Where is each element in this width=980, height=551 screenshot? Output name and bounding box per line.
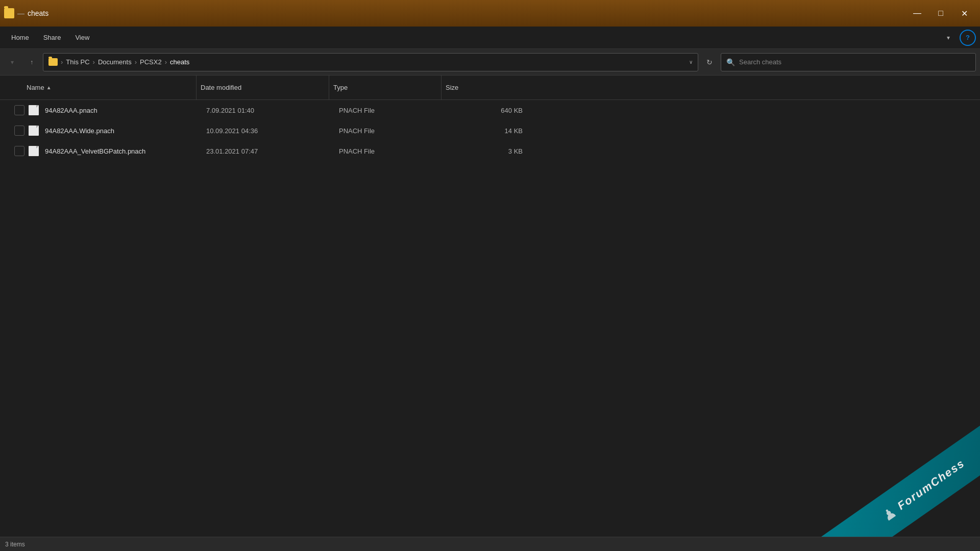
menu-share[interactable]: Share: [36, 30, 68, 45]
breadcrumb-this-pc[interactable]: This PC: [66, 58, 89, 66]
file-size: 14 KB: [451, 127, 533, 135]
breadcrumb-documents[interactable]: Documents: [98, 58, 132, 66]
file-size: 3 KB: [451, 147, 533, 155]
file-icon: [29, 126, 41, 136]
breadcrumb-sep-1: ›: [93, 58, 95, 66]
close-button[interactable]: ✕: [952, 5, 976, 21]
table-row[interactable]: 94A82AAA.pnach 7.09.2021 01:40 PNACH Fil…: [0, 100, 980, 120]
menu-home[interactable]: Home: [4, 30, 36, 45]
menu-bar-right: ▾ ?: [939, 30, 976, 46]
title-bar-left: — cheats: [4, 8, 905, 18]
search-bar[interactable]: 🔍 Search cheats: [721, 53, 976, 71]
file-name: 94A82AAA.Wide.pnach: [45, 127, 206, 135]
nav-bar: ▾ ↑ › This PC › Documents › PCSX2 › chea…: [0, 49, 980, 76]
file-icon-body: [29, 126, 39, 136]
breadcrumb-cheats[interactable]: cheats: [170, 58, 189, 66]
row-checkbox[interactable]: [14, 146, 24, 156]
help-button[interactable]: ?: [960, 30, 976, 46]
menu-view[interactable]: View: [68, 30, 96, 45]
file-area: 94A82AAA.pnach 7.09.2021 01:40 PNACH Fil…: [0, 100, 980, 551]
table-row[interactable]: 94A82AAA_VelvetBGPatch.pnach 23.01.2021 …: [0, 141, 980, 161]
folder-icon: [4, 8, 14, 18]
file-date: 23.01.2021 07:47: [206, 147, 339, 155]
file-date: 7.09.2021 01:40: [206, 107, 339, 114]
address-expand-icon[interactable]: ∨: [689, 59, 693, 65]
file-list: 94A82AAA.pnach 7.09.2021 01:40 PNACH Fil…: [0, 100, 980, 161]
minimize-button[interactable]: —: [905, 5, 929, 21]
file-icon-body: [29, 105, 39, 115]
breadcrumb-sep-3: ›: [165, 58, 167, 66]
file-icon: [29, 105, 41, 115]
breadcrumb-sep-2: ›: [135, 58, 137, 66]
maximize-button[interactable]: □: [929, 5, 952, 21]
status-bar: 3 items: [0, 537, 980, 551]
menu-expand-icon[interactable]: ▾: [939, 30, 958, 46]
breadcrumb-sep-0: ›: [61, 58, 63, 66]
file-type: PNACH File: [339, 107, 451, 114]
search-icon: 🔍: [726, 58, 735, 66]
col-header-type[interactable]: Type: [329, 76, 441, 99]
col-header-date[interactable]: Date modified: [196, 76, 329, 99]
refresh-button[interactable]: ↻: [701, 54, 718, 70]
column-headers: Name ▲ Date modified Type Size: [0, 76, 980, 100]
title-bar-divider: —: [17, 9, 24, 17]
file-icon-body: [29, 146, 39, 156]
col-header-name[interactable]: Name ▲: [22, 76, 196, 99]
nav-dropdown-button[interactable]: ▾: [4, 54, 20, 70]
file-icon: [29, 146, 41, 156]
title-bar-controls: — □ ✕: [905, 5, 976, 21]
file-type: PNACH File: [339, 147, 451, 155]
address-folder-icon: [48, 58, 58, 66]
title-bar: — cheats — □ ✕: [0, 0, 980, 27]
col-header-size[interactable]: Size: [441, 76, 523, 99]
file-name: 94A82AAA.pnach: [45, 107, 206, 114]
file-name: 94A82AAA_VelvetBGPatch.pnach: [45, 147, 206, 155]
nav-up-button[interactable]: ↑: [23, 54, 40, 70]
file-size: 640 KB: [451, 107, 533, 114]
address-bar[interactable]: › This PC › Documents › PCSX2 › cheats ∨: [43, 53, 698, 71]
row-checkbox[interactable]: [14, 105, 24, 115]
breadcrumb-pcsx2[interactable]: PCSX2: [140, 58, 162, 66]
row-checkbox[interactable]: [14, 126, 24, 136]
status-text: 3 items: [5, 541, 25, 548]
search-placeholder: Search cheats: [739, 58, 781, 66]
file-type: PNACH File: [339, 127, 451, 135]
menu-bar: Home Share View ▾ ?: [0, 27, 980, 49]
table-row[interactable]: 94A82AAA.Wide.pnach 10.09.2021 04:36 PNA…: [0, 120, 980, 141]
file-date: 10.09.2021 04:36: [206, 127, 339, 135]
window-title: cheats: [28, 9, 48, 17]
sort-arrow-icon: ▲: [46, 85, 52, 90]
